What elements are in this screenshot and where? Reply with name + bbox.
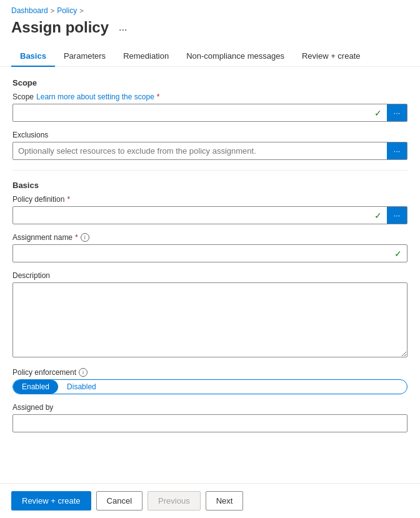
- policy-enforcement-label: Policy enforcement i: [12, 368, 408, 377]
- policy-def-required-star: *: [67, 195, 70, 204]
- policy-definition-input-group: Storage account keys should not be expir…: [12, 206, 408, 224]
- page-title: Assign policy: [11, 19, 109, 36]
- policy-definition-input[interactable]: Storage account keys should not be expir…: [13, 207, 369, 224]
- basics-section: Basics Policy definition * Storage accou…: [12, 181, 408, 432]
- scope-label: Scope Learn more about setting the scope…: [12, 92, 408, 101]
- previous-button: Previous: [148, 491, 201, 511]
- assignment-name-input-group: Storage account keys should not be expir…: [12, 244, 408, 262]
- section-divider: [12, 170, 408, 171]
- main-content: Scope Scope Learn more about setting the…: [0, 67, 420, 483]
- scope-learn-more-link[interactable]: Learn more about setting the scope: [36, 92, 154, 101]
- policy-enforcement-toggle: Enabled Disabled: [12, 379, 408, 394]
- breadcrumb-sep1: >: [51, 7, 54, 14]
- exclusions-label: Exclusions: [12, 131, 408, 139]
- assignment-name-required-star: *: [75, 233, 78, 242]
- policy-def-check-icon: ✓: [369, 207, 387, 224]
- scope-browse-button[interactable]: ···: [387, 104, 407, 121]
- basics-section-title: Basics: [12, 181, 408, 190]
- assignment-name-info-icon: i: [81, 233, 89, 242]
- tab-remediation[interactable]: Remediation: [114, 46, 178, 67]
- scope-section-title: Scope: [12, 78, 408, 87]
- description-field: Description: [12, 271, 408, 359]
- assigned-by-field: Assigned by: [12, 403, 408, 432]
- tab-review-create[interactable]: Review + create: [293, 46, 369, 67]
- scope-section: Scope Scope Learn more about setting the…: [12, 78, 408, 160]
- policy-definition-browse-button[interactable]: ···: [387, 207, 407, 224]
- assignment-name-field: Assignment name * i Storage account keys…: [12, 233, 408, 262]
- assignment-name-label: Assignment name * i: [12, 233, 408, 242]
- enforcement-disabled-button[interactable]: Disabled: [58, 380, 105, 394]
- next-button[interactable]: Next: [206, 491, 244, 511]
- policy-definition-label: Policy definition *: [12, 195, 408, 204]
- scope-field: Scope Learn more about setting the scope…: [12, 92, 408, 122]
- exclusions-input[interactable]: [13, 142, 387, 159]
- scope-input-group: Azure Storage content development and te…: [12, 104, 408, 122]
- assignment-name-input[interactable]: Storage account keys should not be expir…: [13, 245, 389, 262]
- scope-input[interactable]: Azure Storage content development and te…: [13, 104, 369, 121]
- exclusions-input-group: ···: [12, 142, 408, 160]
- policy-enforcement-info-icon: i: [79, 368, 88, 377]
- assignment-name-check-icon: ✓: [389, 249, 407, 259]
- ellipsis-button[interactable]: ...: [115, 21, 131, 34]
- assigned-by-input[interactable]: [12, 414, 408, 432]
- exclusions-browse-button[interactable]: ···: [387, 142, 407, 159]
- review-create-button[interactable]: Review + create: [11, 491, 91, 511]
- scope-required-star: *: [157, 92, 160, 101]
- breadcrumb-dashboard[interactable]: Dashboard: [11, 6, 48, 15]
- page-title-area: Assign policy ...: [0, 17, 420, 46]
- breadcrumb-sep2: >: [79, 7, 83, 14]
- assigned-by-label: Assigned by: [12, 403, 408, 412]
- policy-definition-field: Policy definition * Storage account keys…: [12, 195, 408, 224]
- tab-basics[interactable]: Basics: [11, 46, 55, 67]
- tab-non-compliance[interactable]: Non-compliance messages: [178, 46, 293, 67]
- cancel-button[interactable]: Cancel: [96, 491, 142, 511]
- tab-bar: Basics Parameters Remediation Non-compli…: [0, 46, 420, 67]
- scope-check-icon: ✓: [369, 104, 387, 121]
- footer: Review + create Cancel Previous Next: [0, 483, 420, 518]
- breadcrumb: Dashboard > Policy >: [0, 0, 420, 17]
- description-textarea[interactable]: [12, 282, 408, 357]
- description-label: Description: [12, 271, 408, 280]
- policy-enforcement-field: Policy enforcement i Enabled Disabled: [12, 368, 408, 394]
- enforcement-enabled-button[interactable]: Enabled: [13, 380, 58, 394]
- exclusions-field: Exclusions ···: [12, 131, 408, 160]
- tab-parameters[interactable]: Parameters: [55, 46, 114, 67]
- breadcrumb-policy[interactable]: Policy: [57, 6, 77, 15]
